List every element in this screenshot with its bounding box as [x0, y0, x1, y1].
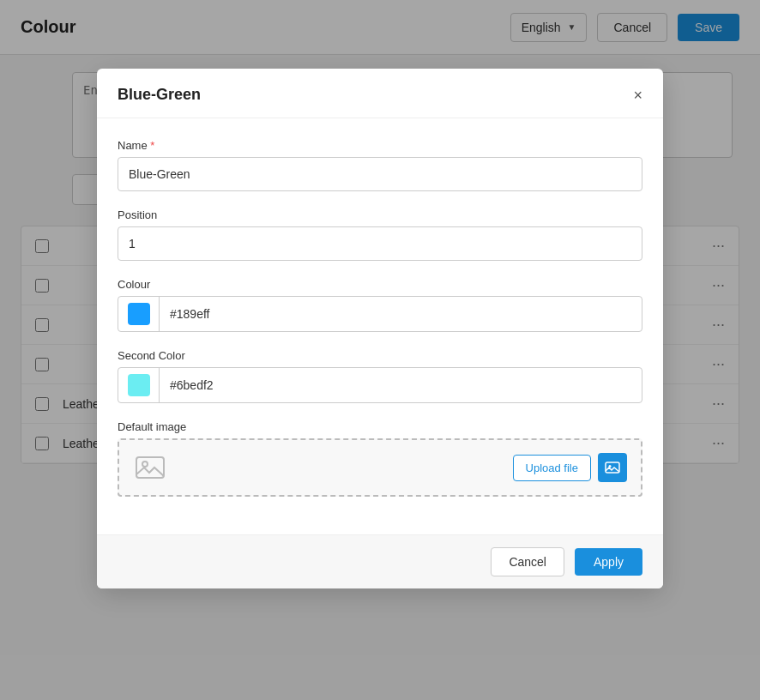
second-color-text-input[interactable]: [160, 378, 642, 392]
second-color-swatch[interactable]: [118, 368, 160, 402]
svg-rect-0: [136, 457, 164, 478]
second-color-label: Second Color: [118, 349, 642, 362]
second-color-field-group: Second Color: [118, 349, 642, 403]
default-image-field-group: Default image Upload file: [118, 420, 642, 481]
position-label: Position: [118, 208, 642, 221]
svg-point-1: [142, 462, 148, 467]
name-label: Name *: [118, 139, 642, 152]
colour-field-group: Colour: [118, 278, 642, 332]
position-field-group: Position: [118, 208, 642, 261]
modal-header: Blue-Green ×: [97, 69, 663, 118]
second-color-swatch-inner: [128, 374, 150, 396]
second-color-input-row: [118, 367, 642, 403]
image-placeholder-icon: [133, 450, 167, 481]
name-field-group: Name *: [118, 139, 642, 191]
default-image-label: Default image: [118, 420, 642, 433]
colour-edit-modal: Blue-Green × Name * Position Colour: [97, 69, 663, 481]
name-input[interactable]: [118, 157, 642, 191]
colour-text-input[interactable]: [160, 307, 642, 321]
position-input[interactable]: [118, 226, 642, 261]
modal-overlay: Blue-Green × Name * Position Colour: [0, 0, 760, 481]
modal-close-button[interactable]: ×: [633, 88, 642, 103]
image-library-button[interactable]: [598, 453, 627, 481]
upload-file-button[interactable]: Upload file: [513, 455, 591, 481]
modal-title: Blue-Green: [118, 86, 201, 104]
colour-label: Colour: [118, 278, 642, 291]
svg-rect-2: [606, 462, 619, 473]
colour-swatch[interactable]: [118, 297, 160, 331]
modal-body: Name * Position Colour: [97, 118, 663, 481]
required-indicator: *: [150, 139, 154, 152]
image-upload-area: Upload file: [118, 438, 642, 481]
image-upload-buttons: Upload file: [513, 453, 627, 481]
colour-input-row: [118, 296, 642, 332]
colour-swatch-inner: [128, 303, 150, 325]
